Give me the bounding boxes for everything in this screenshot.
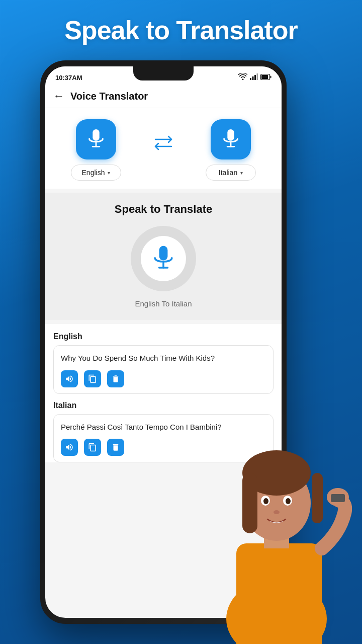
svg-rect-6	[270, 76, 272, 78]
status-time: 10:37AM	[55, 74, 82, 82]
hero-title: Speak to Translator	[0, 15, 362, 45]
wifi-icon	[238, 73, 247, 82]
svg-rect-0	[250, 78, 251, 80]
italian-copy-button[interactable]	[84, 439, 101, 456]
italian-result-label: Italian	[53, 401, 274, 410]
app-bar: ← Voice Translator	[45, 85, 282, 108]
svg-rect-13	[159, 246, 168, 261]
battery-icon	[260, 73, 272, 82]
target-lang-arrow: ▾	[240, 170, 243, 176]
italian-result-text: Perché Passi Così Tanto Tempo Con I Bamb…	[61, 422, 266, 433]
english-result-text: Why You Do Spend So Much Time With Kids?	[61, 353, 266, 364]
svg-point-25	[263, 498, 268, 504]
svg-rect-2	[254, 75, 256, 80]
english-delete-button[interactable]	[107, 370, 124, 387]
svg-rect-5	[261, 75, 268, 79]
english-result-label: English	[53, 332, 274, 341]
phone-notch	[133, 66, 194, 80]
english-result-actions	[61, 370, 266, 387]
english-result-card: Why You Do Spend So Much Time With Kids?	[53, 345, 274, 394]
source-lang-label: English	[82, 169, 105, 177]
svg-rect-1	[252, 76, 254, 80]
svg-rect-22	[312, 473, 323, 523]
svg-point-26	[286, 498, 291, 504]
status-icons	[238, 73, 272, 82]
svg-rect-29	[331, 494, 345, 502]
svg-rect-10	[227, 129, 234, 141]
svg-rect-7	[93, 129, 99, 141]
svg-point-27	[274, 510, 280, 514]
signal-icon	[250, 73, 258, 82]
app-title: Voice Translator	[70, 91, 148, 102]
target-lang-label: Italian	[219, 169, 237, 177]
language-selector-area: English ▾	[45, 108, 282, 189]
italian-speaker-button[interactable]	[61, 439, 78, 456]
source-lang-dropdown[interactable]: English ▾	[71, 165, 121, 181]
back-button[interactable]: ←	[53, 90, 64, 103]
swap-languages-button[interactable]	[148, 131, 178, 154]
speak-direction-label: English To Italian	[135, 299, 192, 308]
target-lang-dropdown[interactable]: Italian ▾	[206, 165, 256, 181]
speak-to-translate-section: Speak to Translate English To Italian	[45, 193, 282, 320]
person-image	[211, 433, 352, 644]
mic-circle-outer	[131, 226, 196, 291]
svg-rect-17	[236, 543, 322, 644]
svg-rect-3	[257, 73, 258, 80]
source-mic-button[interactable]	[76, 119, 116, 159]
english-copy-button[interactable]	[84, 370, 101, 387]
speak-section-title: Speak to Translate	[115, 203, 212, 216]
italian-delete-button[interactable]	[107, 439, 124, 456]
center-mic-button[interactable]	[141, 236, 186, 281]
source-lang-block: English ▾	[71, 119, 121, 181]
english-speaker-button[interactable]	[61, 370, 78, 387]
target-mic-button[interactable]	[211, 119, 251, 159]
svg-rect-21	[242, 473, 257, 533]
target-lang-block: Italian ▾	[206, 119, 256, 181]
source-lang-arrow: ▾	[108, 170, 110, 176]
